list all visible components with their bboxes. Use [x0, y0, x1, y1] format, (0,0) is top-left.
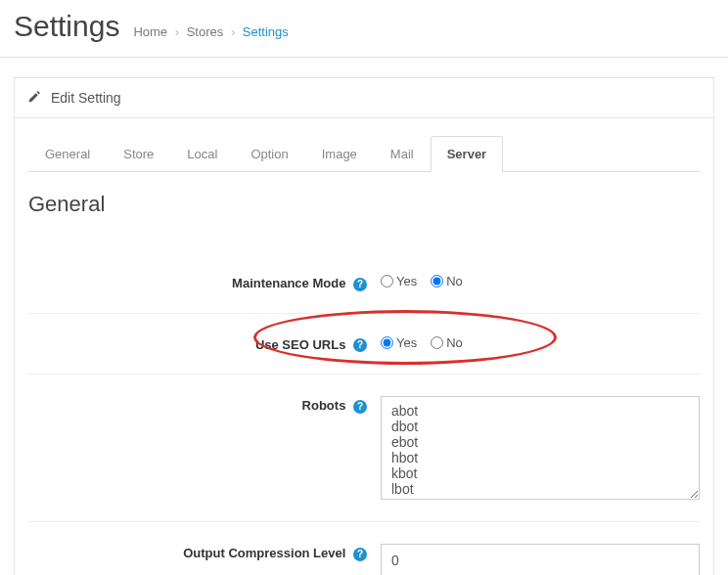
maintenance-no-radio[interactable]: No — [431, 274, 463, 288]
page-title: Settings — [14, 10, 119, 43]
label-compression: Output Compression Level ? — [28, 544, 381, 561]
label-maintenance: Maintenance Mode ? — [28, 274, 381, 291]
edit-setting-panel: Edit Setting General Store Local Option … — [14, 77, 714, 575]
help-icon[interactable]: ? — [353, 400, 367, 414]
tab-general[interactable]: General — [28, 136, 107, 172]
tab-image[interactable]: Image — [305, 136, 374, 172]
breadcrumb-settings[interactable]: Settings — [243, 24, 289, 39]
page-header: Settings Home › Stores › Settings — [0, 0, 728, 58]
label-robots: Robots ? — [28, 396, 381, 414]
help-icon[interactable]: ? — [353, 278, 367, 291]
seo-no-radio[interactable]: No — [431, 335, 463, 350]
tab-local[interactable]: Local — [170, 136, 234, 172]
tabs-nav: General Store Local Option Image Mail Se… — [28, 136, 700, 172]
compression-input[interactable] — [381, 544, 700, 575]
robots-textarea[interactable] — [381, 396, 700, 500]
panel-body: General Store Local Option Image Mail Se… — [15, 118, 713, 575]
breadcrumb-stores[interactable]: Stores — [187, 24, 224, 39]
section-title: General — [28, 192, 700, 217]
breadcrumb-sep-icon: › — [175, 24, 179, 39]
panel-heading-text: Edit Setting — [51, 90, 121, 106]
tab-server[interactable]: Server — [431, 136, 503, 172]
breadcrumb: Home › Stores › Settings — [133, 24, 288, 39]
row-compression: Output Compression Level ? — [28, 521, 700, 575]
label-seo-urls: Use SEO URLs ? — [28, 335, 381, 353]
help-icon[interactable]: ? — [353, 548, 367, 561]
row-seo-urls: Use SEO URLs ? Yes No — [28, 313, 700, 375]
maintenance-yes-radio[interactable]: Yes — [381, 274, 417, 288]
pencil-icon — [28, 90, 41, 106]
row-maintenance: Maintenance Mode ? Yes No — [28, 244, 700, 313]
row-robots: Robots ? — [28, 374, 700, 521]
help-icon[interactable]: ? — [353, 338, 367, 352]
tab-store[interactable]: Store — [107, 136, 170, 172]
panel-heading: Edit Setting — [15, 78, 713, 118]
breadcrumb-sep-icon: › — [231, 24, 235, 39]
tab-option[interactable]: Option — [234, 136, 304, 172]
tab-mail[interactable]: Mail — [374, 136, 431, 172]
seo-yes-radio[interactable]: Yes — [381, 335, 417, 350]
breadcrumb-home[interactable]: Home — [133, 24, 167, 39]
